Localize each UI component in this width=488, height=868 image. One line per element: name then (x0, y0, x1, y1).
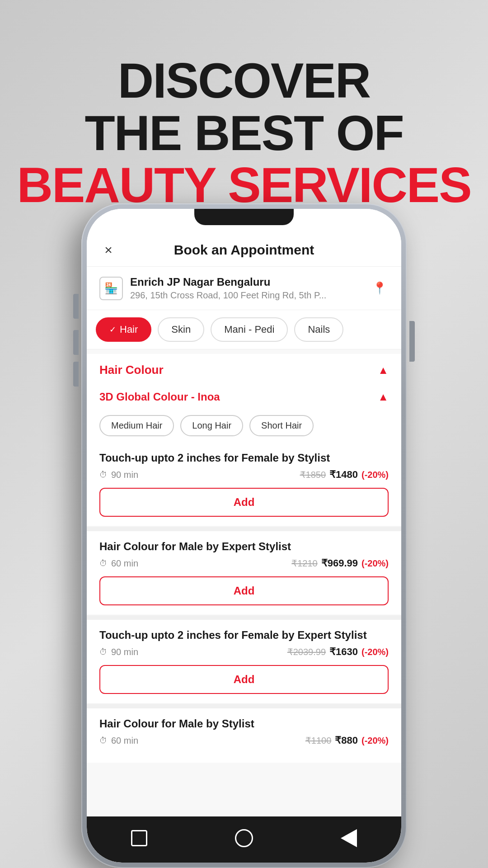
headline-line1: DISCOVER (0, 54, 488, 107)
divider-1 (87, 527, 401, 531)
service-price-3: ₹2039.99 ₹1630 (-20%) (287, 646, 389, 658)
divider-3 (87, 704, 401, 708)
nav-home-icon (235, 829, 253, 847)
service-name-2: Hair Colour for Male by Expert Stylist (99, 540, 389, 553)
phone-screen: × Book an Appointment 🏪 Enrich JP Nagar … (87, 209, 401, 863)
hair-pill-short[interactable]: Short Hair (249, 415, 314, 436)
bottom-navigation (87, 816, 401, 863)
service-duration-2: 60 min (111, 558, 138, 569)
add-button-2[interactable]: Add (99, 576, 389, 605)
close-button[interactable]: × (99, 241, 117, 259)
service-price-4: ₹1100 ₹880 (-20%) (305, 735, 389, 746)
clock-icon-1: ⏱ (99, 470, 108, 480)
hair-type-pills: Medium Hair Long Hair Short Hair (87, 409, 401, 443)
nav-back-icon (341, 829, 357, 847)
price-original-4: ₹1100 (305, 735, 332, 746)
service-duration-4: 60 min (111, 736, 138, 746)
tab-mani-pedi[interactable]: Mani - Pedi (211, 317, 288, 342)
service-meta-3: ⏱ 90 min ₹2039.99 ₹1630 (-20%) (99, 646, 389, 658)
service-name-4: Hair Colour for Male by Stylist (99, 717, 389, 730)
price-current-4: ₹880 (335, 735, 358, 746)
service-item-4: Hair Colour for Male by Stylist ⏱ 60 min… (87, 708, 401, 763)
price-discount-4: (-20%) (361, 736, 389, 746)
service-duration-1: 90 min (111, 470, 138, 480)
service-time-1: ⏱ 90 min (99, 470, 138, 480)
price-current-2: ₹969.99 (321, 557, 358, 569)
price-original-1: ₹1850 (300, 469, 326, 480)
nav-home-button[interactable] (230, 825, 258, 852)
check-icon: ✓ (109, 325, 116, 335)
tab-hair-label: Hair (120, 324, 138, 335)
price-current-1: ₹1480 (329, 469, 358, 481)
salon-name: Enrich JP Nagar Bengaluru (130, 276, 371, 288)
service-time-2: ⏱ 60 min (99, 558, 138, 569)
category-tabs: ✓ Hair Skin Mani - Pedi Nails (87, 310, 401, 349)
add-button-1[interactable]: Add (99, 488, 389, 517)
price-current-3: ₹1630 (329, 646, 358, 658)
salon-store-icon: 🏪 (99, 277, 123, 300)
clock-icon-3: ⏱ (99, 647, 108, 657)
nav-recent-button[interactable] (126, 825, 153, 852)
section-hair-colour: Hair Colour ▲ (87, 354, 401, 383)
tab-skin-label: Skin (171, 324, 191, 335)
headline-line2: THE BEST OF (0, 107, 488, 159)
add-button-3[interactable]: Add (99, 665, 389, 694)
headline-container: DISCOVER THE BEST OF BEAUTY SERVICES (0, 0, 488, 238)
app-header: × Book an Appointment (87, 234, 401, 267)
tab-nails-label: Nails (308, 324, 330, 335)
price-discount-2: (-20%) (361, 558, 389, 569)
hair-pill-long[interactable]: Long Hair (180, 415, 243, 436)
salon-info-bar: 🏪 Enrich JP Nagar Bengaluru 296, 15th Cr… (87, 267, 401, 310)
phone-inner-shell: × Book an Appointment 🏪 Enrich JP Nagar … (87, 209, 401, 863)
service-item-1: Touch-up upto 2 inches for Female by Sty… (87, 443, 401, 526)
phone-outer-shell: × Book an Appointment 🏪 Enrich JP Nagar … (81, 203, 407, 868)
tab-hair[interactable]: ✓ Hair (96, 317, 151, 342)
price-discount-3: (-20%) (361, 647, 389, 657)
nav-back-button[interactable] (335, 825, 362, 852)
service-price-2: ₹1210 ₹969.99 (-20%) (291, 557, 389, 569)
section-chevron-up-icon[interactable]: ▲ (378, 364, 389, 377)
tab-mani-pedi-label: Mani - Pedi (224, 324, 274, 335)
scroll-content: Hair Colour ▲ 3D Global Colour - Inoa ▲ … (87, 349, 401, 816)
hair-pill-medium[interactable]: Medium Hair (99, 415, 174, 436)
clock-icon-4: ⏱ (99, 736, 108, 745)
tab-nails[interactable]: Nails (294, 317, 343, 342)
divider-2 (87, 615, 401, 620)
nav-recent-icon (131, 830, 147, 846)
app-header-title: Book an Appointment (117, 242, 389, 258)
phone-notch (194, 209, 294, 225)
service-name-1: Touch-up upto 2 inches for Female by Sty… (99, 452, 389, 464)
sub-section-chevron-up-icon[interactable]: ▲ (378, 391, 389, 403)
service-meta-2: ⏱ 60 min ₹1210 ₹969.99 (-20%) (99, 557, 389, 569)
location-pin-icon[interactable]: 📍 (371, 279, 389, 297)
tab-skin[interactable]: Skin (158, 317, 204, 342)
service-time-4: ⏱ 60 min (99, 736, 138, 746)
section-title: Hair Colour (99, 363, 164, 377)
clock-icon-2: ⏱ (99, 559, 108, 568)
salon-address: 296, 15th Cross Road, 100 Feet Ring Rd, … (130, 290, 371, 301)
price-original-3: ₹2039.99 (287, 646, 326, 657)
price-original-2: ₹1210 (291, 558, 318, 569)
service-meta-1: ⏱ 90 min ₹1850 ₹1480 (-20%) (99, 469, 389, 481)
sub-section-header: 3D Global Colour - Inoa ▲ (87, 383, 401, 409)
service-item-2: Hair Colour for Male by Expert Stylist ⏱… (87, 531, 401, 614)
phone-mockup: × Book an Appointment 🏪 Enrich JP Nagar … (81, 203, 407, 868)
service-time-3: ⏱ 90 min (99, 647, 138, 657)
price-discount-1: (-20%) (361, 470, 389, 480)
salon-details: Enrich JP Nagar Bengaluru 296, 15th Cros… (130, 276, 371, 301)
sub-section-title: 3D Global Colour - Inoa (99, 391, 220, 403)
service-meta-4: ⏱ 60 min ₹1100 ₹880 (-20%) (99, 735, 389, 746)
service-name-3: Touch-up upto 2 inches for Female by Exp… (99, 629, 389, 642)
service-item-3: Touch-up upto 2 inches for Female by Exp… (87, 620, 401, 703)
service-price-1: ₹1850 ₹1480 (-20%) (300, 469, 389, 481)
service-duration-3: 90 min (111, 647, 138, 657)
